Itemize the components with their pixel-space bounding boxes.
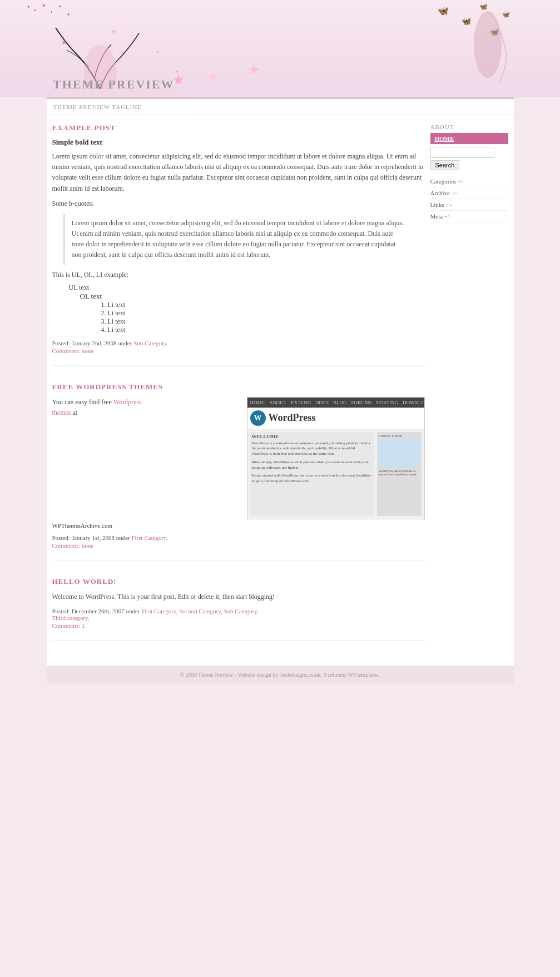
search-input[interactable]	[430, 147, 494, 158]
wp-nav-forums: FORUMS	[351, 400, 372, 405]
categories-toggle[interactable]: +/-	[458, 178, 464, 185]
post-title-wordpress: FREE WORDPRESS THEMES	[52, 383, 425, 391]
wp-nav-blog: BLOG	[333, 400, 347, 405]
site-footer: © 2008 Theme Preview - Website design by…	[47, 666, 514, 683]
svg-text:★: ★	[111, 28, 116, 34]
links-label: Links	[430, 201, 444, 208]
post-comments-example[interactable]: Comments: none	[52, 348, 425, 354]
footer-text: © 2008 Theme Preview - Website design by…	[180, 672, 380, 678]
post-body-main: Lorem ipsum dolor sit amet, consectetur …	[52, 151, 425, 194]
wp-nav-extend: EXTEND	[291, 400, 311, 405]
sidebar: ABOUT HOME Search Categories +/- Archive…	[430, 123, 508, 657]
sidebar-links[interactable]: Links +/-	[430, 199, 508, 211]
li-item-2: Li text	[108, 309, 425, 318]
hello-cat-link-1[interactable]: First Category	[141, 608, 176, 614]
wp-content-area: WELCOME WordPress is a state-of-the-art …	[247, 429, 424, 519]
list-label: This is UL, OL, LI example:	[52, 271, 425, 279]
post-comments-hello[interactable]: Comments: 1	[52, 622, 425, 629]
post-meta-hello: Posted: December 26th, 2007 under First …	[52, 608, 425, 621]
sidebar-archive[interactable]: Archive +/-	[430, 187, 508, 199]
wordpress-link[interactable]: Wordpress	[113, 398, 142, 406]
wp-nav-docs: DOCS	[315, 400, 329, 405]
post-meta-wordpress: Posted: January 1st, 2008 under First Ca…	[52, 534, 425, 541]
hello-cat-link-3[interactable]: Sub Category	[224, 608, 256, 614]
post-bold-text: Simple bold text	[52, 138, 425, 147]
inner-ul: OL text Li text Li text Li text Li text	[80, 292, 425, 334]
site-tagline: THEME PREVIEW TAGLINE	[47, 99, 514, 115]
links-toggle[interactable]: +/-	[445, 202, 452, 208]
sidebar-about-label: ABOUT	[430, 123, 508, 130]
site-title: THEME PREVIEW	[53, 77, 175, 92]
post-meta-example: Posted: January 2nd, 2008 under Sub Cate…	[52, 340, 425, 346]
search-button[interactable]: Search	[430, 160, 460, 170]
categories-label: Categories	[430, 178, 457, 185]
archive-toggle[interactable]: +/-	[452, 190, 458, 196]
wp-url-text: WPThemesArchive.com	[52, 522, 425, 529]
wp-screenshot: HOME ABOUT EXTEND DOCS BLOG FORUMS HOSTI…	[247, 397, 425, 519]
ol-list: Li text Li text Li text Li text	[108, 301, 425, 334]
content-area: EXAMPLE POST Simple bold text Lorem ipsu…	[47, 115, 514, 666]
site-header: ✦ ✦ ✦ ✦ ✦ ✦ ★ ★ 🦋 🦋 🦋 🦋 🦋	[0, 0, 560, 97]
main-content: EXAMPLE POST Simple bold text Lorem ipsu…	[52, 123, 425, 657]
post-example: EXAMPLE POST Simple bold text Lorem ipsu…	[52, 123, 425, 366]
archive-label: Archive	[430, 190, 450, 196]
meta-label: Meta	[430, 213, 443, 220]
themes-link[interactable]: themes	[52, 409, 71, 416]
hello-cat-link-4[interactable]: Third category	[52, 614, 88, 621]
post-category-link[interactable]: Sub Category	[133, 340, 166, 346]
ul-list: UL text OL text Li text Li text Li text …	[69, 284, 425, 334]
post-blockquote: Lorem ipsum dolor sit amet, consectetur …	[63, 214, 414, 265]
wp-nav-hosting: HOSTING	[376, 400, 399, 405]
wp-logo-icon: W	[250, 410, 266, 426]
svg-text:★: ★	[61, 38, 67, 46]
ul-item: UL text	[69, 284, 425, 292]
post-comments-wordpress[interactable]: Comments: none	[52, 542, 425, 549]
wp-nav-home: HOME	[250, 400, 265, 405]
wp-nav-bar: HOME ABOUT EXTEND DOCS BLOG FORUMS HOSTI…	[247, 398, 424, 408]
sidebar-meta[interactable]: Meta +/-	[430, 211, 508, 222]
post-title-example: EXAMPLE POST	[52, 123, 425, 132]
sidebar-home-button[interactable]: HOME	[430, 133, 508, 144]
wp-logo-text: WordPress	[269, 412, 316, 424]
hello-cat-link-2[interactable]: Second Category	[179, 608, 221, 614]
li-item-4: Li text	[108, 326, 425, 334]
post-hello-world: HELLO WORLD! Welcome to WordPress. This …	[52, 577, 425, 641]
wp-logo-area: W WordPress	[247, 408, 424, 429]
li-item-1: Li text	[108, 301, 425, 309]
li-item-3: Li text	[108, 318, 425, 326]
svg-point-3	[474, 11, 502, 78]
wp-category-link[interactable]: First Category	[131, 534, 166, 541]
post-title-hello: HELLO WORLD!	[52, 577, 425, 586]
bquote-label: Some b-quotes:	[52, 200, 425, 208]
sidebar-categories[interactable]: Categories +/-	[430, 176, 508, 187]
post-body-hello: Welcome to WordPress. This is your first…	[52, 592, 425, 602]
wp-nav-about: ABOUT	[269, 400, 286, 405]
wp-nav-download: DOWNLOAD	[403, 400, 424, 405]
ol-label: OL text	[80, 292, 425, 301]
wp-content-block: HOME ABOUT EXTEND DOCS BLOG FORUMS HOSTI…	[52, 397, 425, 519]
main-wrapper: THEME PREVIEW TAGLINE EXAMPLE POST Simpl…	[47, 97, 514, 683]
meta-toggle[interactable]: +/-	[444, 214, 451, 220]
post-wordpress: FREE WORDPRESS THEMES HOME ABOUT EXTEND …	[52, 383, 425, 561]
